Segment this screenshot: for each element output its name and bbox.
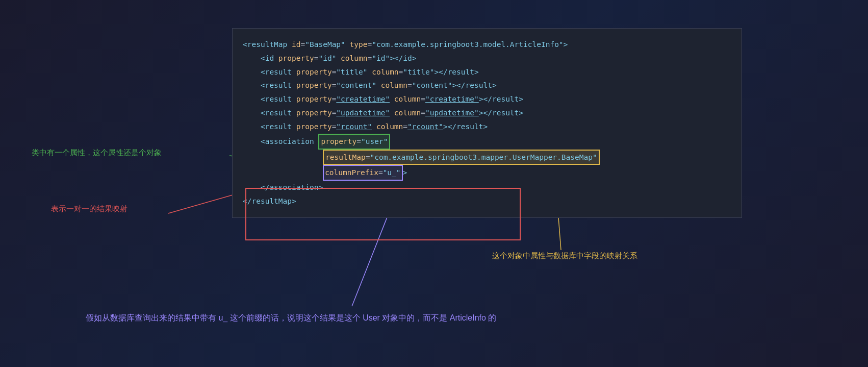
code-line-4: <result property="content" column="conte… [243,79,731,92]
code-line-2: <id property="id" column="id"></id> [243,52,731,65]
code-line-10: columnPrefix="u_"> [243,165,731,181]
annotation-property-object: 类中有一个属性，这个属性还是个对象 [32,148,162,158]
code-line-7: <result property="rcount" column="rcount… [243,120,731,134]
annotation-prefix-explanation: 假如从数据库查询出来的结果中带有 u_ 这个前缀的话，说明这个结果是这个 Use… [86,313,496,324]
code-line-11: </association> [243,181,731,194]
code-panel: <resultMap id="BaseMap" type="com.exampl… [232,28,742,218]
code-line-5: <result property="createtime" column="cr… [243,92,731,106]
annotation-one-to-one: 表示一对一的结果映射 [51,204,127,214]
resultmap-highlight: resultMap="com.example.springboot3.mappe… [323,150,600,165]
column-prefix-highlight: columnPrefix="u_" [323,165,402,181]
code-line-12: </resultMap> [243,194,731,208]
code-line-3: <result property="title" column="title">… [243,65,731,79]
code-line-9: resultMap="com.example.springboot3.mappe… [243,150,731,165]
code-line-6: <result property="updatetime" column="up… [243,106,731,120]
code-line-1: <resultMap id="BaseMap" type="com.exampl… [243,38,731,52]
property-user-highlight: property="user" [318,134,390,150]
code-line-8: <association property="user" [243,134,731,150]
annotation-field-mapping: 这个对象中属性与数据库中字段的映射关系 [492,251,637,261]
